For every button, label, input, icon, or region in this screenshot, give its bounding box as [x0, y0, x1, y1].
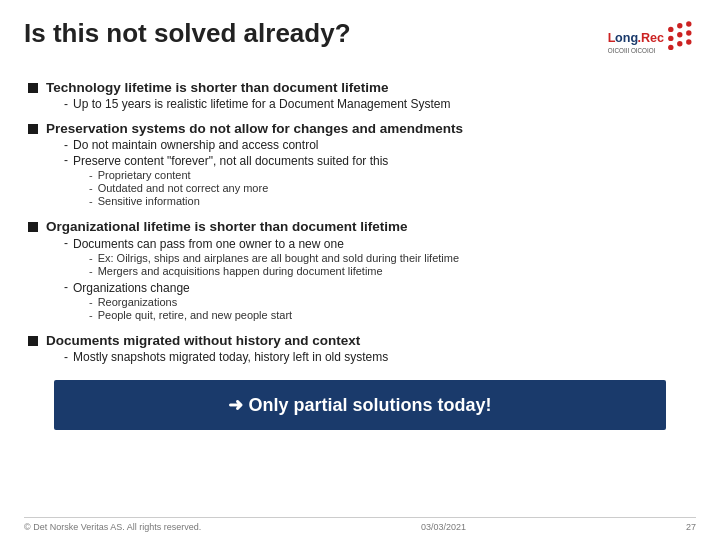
bullet-2-subsub-2-text: Sensitive information [98, 195, 200, 207]
bullet-square-2 [28, 124, 38, 134]
bullet-2-sub-1-wrapper: Preserve content "forever", not all docu… [73, 153, 388, 209]
bullet-3-sub-1-subsub-0-text: Reorganizations [98, 296, 178, 308]
bullet-2-sub-1: - Preserve content "forever", not all do… [64, 153, 463, 209]
cta-box: ➜ Only partial solutions today! [54, 380, 666, 430]
bullet-2-sublist: - Do not maintain ownership and access c… [64, 138, 463, 209]
bullet-3-sub-1: - Organizations change - Reorganizations… [64, 280, 459, 323]
bullet-2-sub-1-text: Preserve content "forever", not all docu… [73, 154, 388, 168]
bullet-1-text: Technology lifetime is shorter than docu… [46, 80, 389, 95]
bullet-3-sub-0-subsub: - Ex: Oilrigs, ships and airplanes are a… [89, 252, 459, 277]
bullet-square-1 [28, 83, 38, 93]
bullet-2-subsub-list: - Proprietary content - Outdated and not… [89, 169, 388, 207]
bullet-3-subsub-0: - Ex: Oilrigs, ships and airplanes are a… [89, 252, 459, 264]
svg-point-3 [668, 36, 673, 41]
bullet-1-sub-0-text: Up to 15 years is realistic lifetime for… [73, 97, 450, 111]
bullet-2-sub-0-text: Do not maintain ownership and access con… [73, 138, 318, 152]
bullet-3-sub-0-wrapper: Documents can pass from one owner to a n… [73, 236, 459, 279]
bullet-2-subsub-0: - Proprietary content [89, 169, 388, 181]
bullet-2-subsub-2: - Sensitive information [89, 195, 388, 207]
svg-point-7 [677, 41, 682, 46]
bullet-2-sub-0: - Do not maintain ownership and access c… [64, 138, 463, 152]
bullet-3-sub-1-subsub-1-text: People quit, retire, and new people star… [98, 309, 292, 321]
bullet-4: Documents migrated without history and c… [28, 333, 696, 368]
bullet-square-4 [28, 336, 38, 346]
bullet-1: Technology lifetime is shorter than docu… [28, 80, 696, 115]
svg-point-0 [668, 27, 673, 32]
bullet-4-wrapper: Documents migrated without history and c… [46, 333, 388, 368]
svg-point-5 [686, 30, 691, 35]
slide-title: Is this not solved already? [24, 18, 351, 49]
bullet-4-text: Documents migrated without history and c… [46, 333, 360, 348]
bullet-2-wrapper: Preservation systems do not allow for ch… [46, 121, 463, 213]
svg-point-6 [668, 45, 673, 50]
footer-copyright: © Det Norske Veritas AS. All rights rese… [24, 522, 201, 532]
bullet-1-sublist: - Up to 15 years is realistic lifetime f… [64, 97, 450, 111]
bullet-3-sub-1-text: Organizations change [73, 281, 190, 295]
footer-page: 27 [686, 522, 696, 532]
svg-point-8 [686, 39, 691, 44]
longrec-logo: L ong .Rec OICOIII OICOIOI [606, 18, 696, 66]
svg-text:OICOIII OICOIOI: OICOIII OICOIOI [608, 47, 656, 54]
bullet-2-subsub-1-text: Outdated and not correct any more [98, 182, 269, 194]
svg-point-4 [677, 32, 682, 37]
bullet-3-sub-0-text: Documents can pass from one owner to a n… [73, 237, 344, 251]
bullet-2-subsub-0-text: Proprietary content [98, 169, 191, 181]
bullet-3-sub-0: - Documents can pass from one owner to a… [64, 236, 459, 279]
cta-text: Only partial solutions today! [248, 395, 491, 415]
svg-text:ong: ong [615, 31, 638, 45]
bullet-4-sub-0: - Mostly snapshots migrated today, histo… [64, 350, 388, 364]
bullet-3-sub-1-subsub-1: - People quit, retire, and new people st… [89, 309, 292, 321]
bullet-3-subsub-0-text: Ex: Oilrigs, ships and airplanes are all… [98, 252, 459, 264]
bullet-3-subsub-1: - Mergers and acquisitions happen during… [89, 265, 459, 277]
bullet-3-text: Organizational lifetime is shorter than … [46, 219, 408, 234]
bullet-3-sub-1-wrapper: Organizations change - Reorganizations -… [73, 280, 292, 323]
bullet-3-wrapper: Organizational lifetime is shorter than … [46, 219, 459, 327]
cta-arrow: ➜ [228, 395, 243, 415]
bullet-square-3 [28, 222, 38, 232]
bullet-1-sub-0: - Up to 15 years is realistic lifetime f… [64, 97, 450, 111]
slide: Is this not solved already? L ong .Rec O… [0, 0, 720, 540]
svg-point-2 [686, 21, 691, 26]
bullet-2-text: Preservation systems do not allow for ch… [46, 121, 463, 136]
bullet-3-sub-1-subsub-0: - Reorganizations [89, 296, 292, 308]
bullet-3: Organizational lifetime is shorter than … [28, 219, 696, 327]
bullet-3-subsub-1-text: Mergers and acquisitions happen during d… [98, 265, 383, 277]
bullet-2: Preservation systems do not allow for ch… [28, 121, 696, 213]
bullet-1-wrapper: Technology lifetime is shorter than docu… [46, 80, 450, 115]
bullet-4-sub-0-text: Mostly snapshots migrated today, history… [73, 350, 388, 364]
slide-header: Is this not solved already? L ong .Rec O… [24, 18, 696, 66]
footer-date: 03/03/2021 [421, 522, 466, 532]
svg-text:.Rec: .Rec [638, 31, 665, 45]
bullet-3-sub-1-subsub: - Reorganizations - People quit, retire,… [89, 296, 292, 321]
svg-point-1 [677, 23, 682, 28]
slide-content: Technology lifetime is shorter than docu… [24, 80, 696, 368]
logo-container: L ong .Rec OICOIII OICOIOI [606, 18, 696, 66]
slide-footer: © Det Norske Veritas AS. All rights rese… [24, 517, 696, 532]
bullet-2-subsub-1: - Outdated and not correct any more [89, 182, 388, 194]
bullet-3-sublist: - Documents can pass from one owner to a… [64, 236, 459, 323]
bullet-4-sublist: - Mostly snapshots migrated today, histo… [64, 350, 388, 364]
